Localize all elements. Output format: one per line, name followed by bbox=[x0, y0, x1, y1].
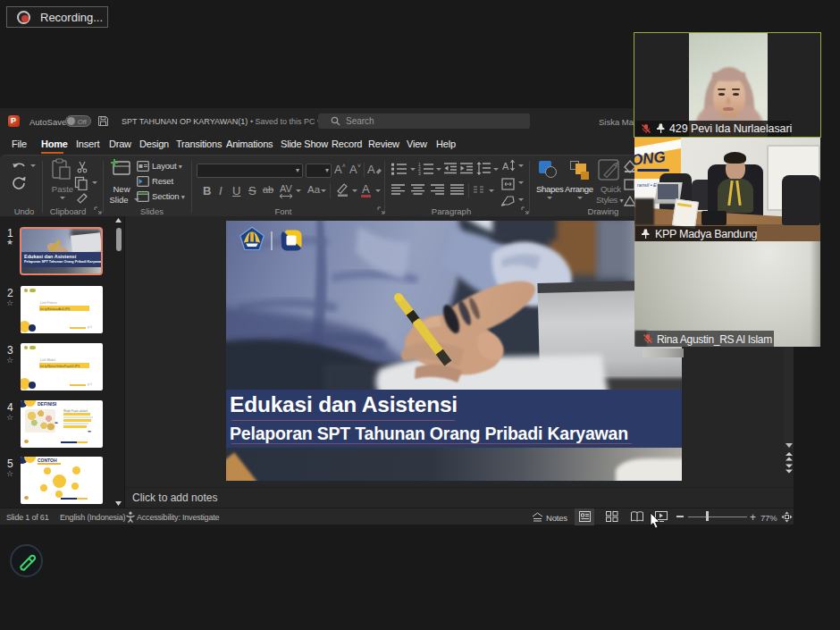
svg-text:A: A bbox=[502, 161, 509, 172]
svg-text:3: 3 bbox=[418, 171, 421, 175]
